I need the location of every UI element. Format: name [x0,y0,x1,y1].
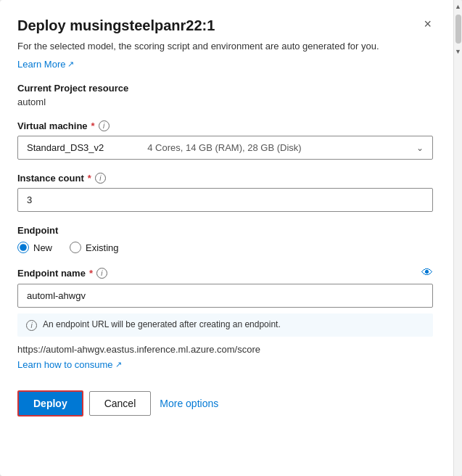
consume-external-icon: ↗ [115,360,122,369]
learn-more-label: Learn More [17,59,65,70]
consume-link[interactable]: Learn how to consume ↗ [17,359,122,370]
info-box-text: An endpoint URL will be generated after … [43,319,281,329]
deploy-button[interactable]: Deploy [17,390,83,416]
instance-count-label-text: Instance count [17,173,84,184]
vm-specs: 4 Cores, 14 GB (RAM), 28 GB (Disk) [147,142,301,153]
scrollbar-thumb[interactable] [455,15,461,44]
virtual-machine-required: * [91,120,95,131]
endpoint-url: https://automl-ahwgv.eastus.inference.ml… [17,344,433,355]
virtual-machine-field-label: Virtual machine * i [17,120,433,131]
dialog-content: Deploy musingsteelpanr22:1 × For the sel… [0,0,453,476]
endpoint-name-required: * [89,268,93,279]
endpoint-label-text: Endpoint [17,225,58,236]
deploy-dialog: Deploy musingsteelpanr22:1 × For the sel… [0,0,462,476]
instance-count-info-icon[interactable]: i [95,173,106,184]
scrollbar-down-button[interactable]: ▼ [455,46,462,57]
radio-new-text: New [33,242,52,253]
radio-existing-label[interactable]: Existing [70,242,119,253]
virtual-machine-label-text: Virtual machine [17,120,88,131]
info-box-icon: i [26,320,37,331]
endpoint-name-info-icon[interactable]: i [96,268,107,279]
radio-existing-text: Existing [86,242,119,253]
endpoint-input-wrapper [17,284,433,308]
radio-new-label[interactable]: New [17,242,52,253]
radio-new-input[interactable] [17,242,29,253]
radio-existing-input[interactable] [70,242,81,253]
endpoint-name-label-text: Endpoint name [17,268,86,279]
info-box: i An endpoint URL will be generated afte… [17,313,433,337]
dialog-title: Deploy musingsteelpanr22:1 [17,17,215,34]
more-options-button[interactable]: More options [157,392,221,415]
scrollbar: ▲ ▼ [453,0,462,476]
scrollbar-up-button[interactable]: ▲ [455,1,462,12]
consume-link-text: Learn how to consume [17,359,113,370]
chevron-down-icon: ⌄ [416,143,424,153]
virtual-machine-dropdown[interactable]: Standard_DS3_v2 4 Cores, 14 GB (RAM), 28… [17,136,433,160]
endpoint-name-row: Endpoint name * i 👁 [17,266,433,279]
cancel-button[interactable]: Cancel [89,391,152,416]
vm-name: Standard_DS3_v2 [27,142,104,153]
current-project-value: automl [17,97,433,107]
instance-count-required: * [88,173,91,184]
instance-count-input[interactable] [17,188,433,212]
dialog-description: For the selected model, the scoring scri… [17,40,433,53]
endpoint-name-input[interactable] [17,284,433,308]
dropdown-left: Standard_DS3_v2 4 Cores, 14 GB (RAM), 28… [27,142,302,153]
instance-count-field-label: Instance count * i [17,173,433,184]
endpoint-radio-group: New Existing [17,242,433,253]
learn-more-link[interactable]: Learn More ↗ [17,59,74,70]
footer-buttons: Deploy Cancel More options [17,390,433,416]
endpoint-section: Endpoint New Existing [17,225,433,253]
eye-icon[interactable]: 👁 [421,266,433,279]
current-project-label: Current Project resource [17,83,433,94]
endpoint-name-label: Endpoint name * i [17,268,107,279]
close-button[interactable]: × [422,17,433,30]
external-link-icon: ↗ [67,60,74,69]
endpoint-label: Endpoint [17,225,433,236]
virtual-machine-info-icon[interactable]: i [99,120,110,131]
dialog-header: Deploy musingsteelpanr22:1 × [17,17,433,34]
